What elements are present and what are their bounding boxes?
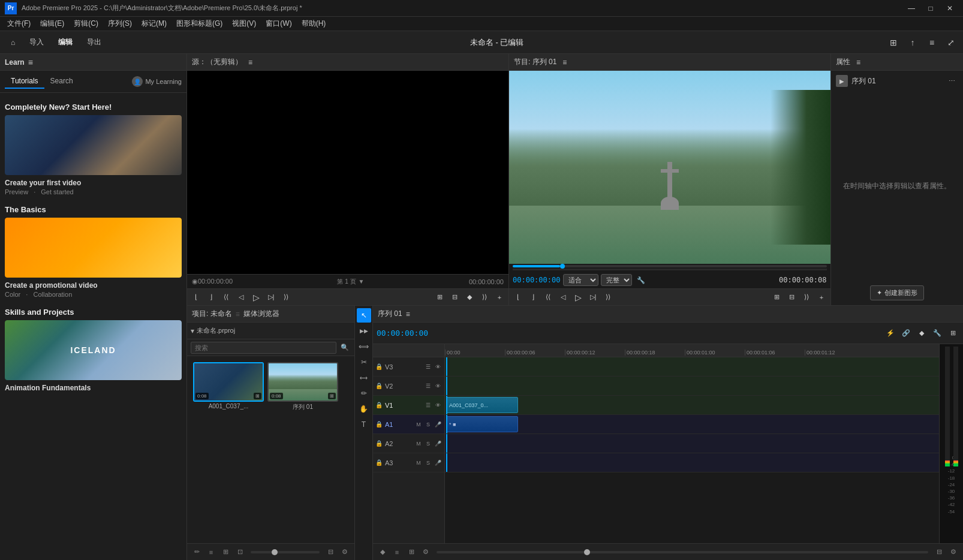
source-play[interactable]: ▷ bbox=[249, 291, 263, 304]
pen-tool[interactable]: ✏ bbox=[357, 386, 371, 401]
properties-menu-icon[interactable]: ≡ bbox=[856, 58, 860, 67]
tab-search[interactable]: Search bbox=[44, 74, 79, 89]
v3-lock-icon[interactable]: 🔒 bbox=[375, 363, 383, 370]
a1-clip[interactable]: * ■ bbox=[446, 416, 518, 432]
tl-add-marker-btn[interactable]: ◆ bbox=[377, 546, 389, 558]
menu-file[interactable]: 文件(F) bbox=[2, 17, 35, 31]
tl-snap-btn[interactable]: ⚡ bbox=[884, 327, 897, 340]
program-step-back[interactable]: ◁ bbox=[556, 291, 570, 304]
a1-lock-icon[interactable]: 🔒 bbox=[375, 421, 383, 427]
create-graphic-button[interactable]: ✦ 创建新图形 bbox=[870, 285, 924, 300]
zoom-slider[interactable] bbox=[251, 551, 320, 553]
tutorial-card-first-video[interactable]: Create your first video Preview · Get st… bbox=[5, 115, 182, 195]
menu-window[interactable]: 窗口(W) bbox=[261, 17, 296, 31]
tutorial-card-promo[interactable]: Create a promotional video Color · Colla… bbox=[5, 218, 182, 298]
my-learning-button[interactable]: 👤 My Learning bbox=[132, 76, 182, 87]
selection-tool[interactable]: ↖ bbox=[357, 308, 371, 323]
text-tool[interactable]: T bbox=[357, 417, 371, 432]
program-go-in[interactable]: ⟨⟨ bbox=[541, 291, 555, 304]
project-title[interactable]: 项目: 未命名 bbox=[192, 309, 232, 319]
program-step-fwd[interactable]: ▷| bbox=[586, 291, 600, 304]
tl-extra-btn[interactable]: ⚙ bbox=[947, 546, 959, 558]
v1-sync-btn[interactable]: ☰ bbox=[424, 401, 432, 410]
program-fit-select[interactable]: 适合25%50%75%100% bbox=[563, 274, 598, 286]
settings-button[interactable]: ⚙ bbox=[339, 546, 351, 558]
program-extra[interactable]: + bbox=[815, 291, 828, 304]
program-go-out[interactable]: ⟩⟩ bbox=[601, 291, 615, 304]
tl-zoom-slider[interactable] bbox=[437, 551, 928, 553]
project-find-button[interactable]: 🔍 bbox=[339, 342, 351, 354]
ripple-edit-tool[interactable]: ⟺ bbox=[357, 339, 371, 354]
tl-zoom-handle[interactable] bbox=[584, 549, 590, 555]
source-insert[interactable]: ⊞ bbox=[433, 291, 446, 304]
menu-graphics[interactable]: 图形和标题(G) bbox=[171, 17, 227, 31]
hand-tool[interactable]: ✋ bbox=[357, 402, 371, 416]
source-overwrite[interactable]: ⊟ bbox=[448, 291, 461, 304]
source-mark-in[interactable]: ⌊ bbox=[189, 291, 203, 304]
export-button[interactable]: 导出 bbox=[81, 35, 107, 50]
workspace-button[interactable]: ⊞ bbox=[886, 35, 901, 50]
tl-wrench-btn[interactable]: 🔧 bbox=[931, 327, 944, 340]
a1-m-btn[interactable]: M bbox=[414, 420, 423, 429]
source-step-fwd[interactable]: ▷| bbox=[264, 291, 278, 304]
project-search-input[interactable] bbox=[191, 342, 336, 354]
menu-sequence[interactable]: 序列(S) bbox=[103, 17, 137, 31]
minimize-button[interactable]: — bbox=[903, 2, 920, 14]
tl-settings-btn[interactable]: ⚙ bbox=[420, 546, 432, 558]
color-link[interactable]: Color bbox=[5, 291, 20, 298]
tl-list-btn[interactable]: ≡ bbox=[391, 546, 403, 558]
tutorial-card-animation[interactable]: Animation Fundamentals bbox=[5, 320, 182, 392]
home-button[interactable]: ⌂ bbox=[5, 36, 21, 49]
menu-button[interactable]: ≡ bbox=[925, 35, 939, 50]
source-page-dropdown[interactable]: ▼ bbox=[359, 278, 365, 285]
v3-sync-btn[interactable]: ☰ bbox=[424, 363, 432, 371]
source-mark-out[interactable]: ⌋ bbox=[204, 291, 218, 304]
source-step-back[interactable]: ◁ bbox=[234, 291, 248, 304]
fullscreen-button[interactable]: ⤢ bbox=[944, 35, 958, 50]
zoom-handle[interactable] bbox=[272, 549, 278, 555]
a3-s-btn[interactable]: S bbox=[424, 459, 432, 467]
a1-mic-btn[interactable]: 🎤 bbox=[434, 420, 442, 429]
source-go-out[interactable]: ⟩⟩ bbox=[279, 291, 293, 304]
new-bin-button[interactable]: ✏ bbox=[191, 546, 203, 558]
sequence-more-button[interactable]: ⋯ bbox=[945, 74, 958, 88]
source-menu-icon[interactable]: ≡ bbox=[248, 58, 252, 67]
a2-s-btn[interactable]: S bbox=[424, 439, 432, 448]
learn-menu-icon[interactable]: ≡ bbox=[28, 58, 33, 67]
tab-tutorials[interactable]: Tutorials bbox=[5, 74, 44, 89]
timeline-menu-icon[interactable]: ≡ bbox=[406, 310, 410, 318]
v1-eye-btn[interactable]: 👁 bbox=[434, 401, 442, 410]
slip-tool[interactable]: ⟷ bbox=[357, 371, 371, 385]
source-extra[interactable]: + bbox=[493, 291, 506, 304]
v2-sync-btn[interactable]: ☰ bbox=[424, 382, 432, 390]
media-item-clip[interactable]: ⊞ 0:08 A001_C037_... bbox=[193, 362, 264, 411]
share-button[interactable]: ↑ bbox=[905, 35, 920, 50]
program-extract[interactable]: ⊟ bbox=[785, 291, 798, 304]
program-lift[interactable]: ⊞ bbox=[770, 291, 783, 304]
program-menu-icon[interactable]: ≡ bbox=[562, 58, 567, 67]
tl-link-btn[interactable]: 🔗 bbox=[899, 327, 913, 340]
a2-m-btn[interactable]: M bbox=[414, 439, 423, 448]
import-button[interactable]: 导入 bbox=[23, 35, 50, 50]
v3-eye-btn[interactable]: 👁 bbox=[434, 363, 442, 371]
list-view-button[interactable]: ≡ bbox=[205, 546, 217, 558]
edit-button[interactable]: 编辑 bbox=[52, 35, 79, 50]
razor-tool[interactable]: ✂ bbox=[357, 355, 371, 369]
program-play[interactable]: ▷ bbox=[571, 291, 585, 304]
v2-eye-btn[interactable]: 👁 bbox=[434, 382, 442, 390]
a2-lock-icon[interactable]: 🔒 bbox=[375, 440, 383, 447]
a2-mic-btn[interactable]: 🎤 bbox=[434, 439, 442, 448]
source-go-in[interactable]: ⟨⟨ bbox=[219, 291, 233, 304]
a3-lock-icon[interactable]: 🔒 bbox=[375, 459, 383, 466]
grid-view-button[interactable]: ⊞ bbox=[219, 546, 231, 558]
source-more[interactable]: ⟩⟩ bbox=[478, 291, 491, 304]
maximize-button[interactable]: □ bbox=[922, 2, 939, 14]
a1-s-btn[interactable]: S bbox=[424, 420, 432, 429]
a3-mic-btn[interactable]: 🎤 bbox=[434, 459, 442, 467]
close-button[interactable]: ✕ bbox=[941, 2, 958, 14]
media-item-sequence[interactable]: ⊞ 0:08 序列 01 bbox=[267, 362, 338, 411]
program-mark-out[interactable]: ⌋ bbox=[526, 291, 540, 304]
tl-marker-btn[interactable]: ◆ bbox=[915, 327, 928, 340]
menu-marker[interactable]: 标记(M) bbox=[137, 17, 171, 31]
a3-m-btn[interactable]: M bbox=[414, 459, 423, 467]
